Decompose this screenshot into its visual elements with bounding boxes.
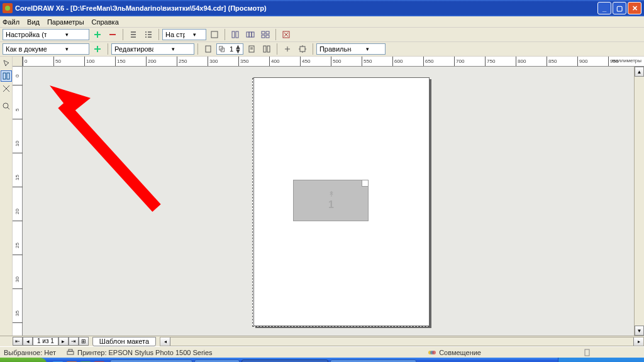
- svg-rect-9: [266, 35, 269, 38]
- vertical-scrollbar[interactable]: ▲ ▼: [634, 67, 644, 336]
- task-yandex[interactable]: Редактировать зап...: [110, 359, 193, 362]
- menu-options[interactable]: Параметры: [47, 18, 84, 26]
- start-button[interactable]: пуск: [0, 358, 47, 362]
- svg-rect-4: [249, 32, 252, 37]
- marks-tool-1[interactable]: [280, 43, 294, 55]
- spinner-arrows[interactable]: ▲▼: [235, 45, 242, 53]
- first-page-button[interactable]: ⇤: [13, 337, 23, 346]
- menu-help[interactable]: Справка: [92, 18, 119, 26]
- add-page-button[interactable]: ⊞: [79, 337, 89, 346]
- add-preset-button[interactable]: [91, 28, 104, 41]
- chevron-down-icon: ▾: [47, 46, 87, 52]
- separator: [313, 43, 313, 55]
- preview-preset-dropdown[interactable]: Настройка (текущие парамет... ▾: [3, 29, 89, 40]
- minimize-button[interactable]: _: [597, 2, 611, 14]
- menu-view[interactable]: Вид: [27, 18, 40, 26]
- close-button[interactable]: ✕: [628, 2, 641, 14]
- separator: [108, 43, 108, 55]
- page-tool-3[interactable]: [260, 43, 274, 55]
- copies-spinner[interactable]: 1 ▲▼: [216, 43, 243, 55]
- brochure-label: Правильная брошюровк: [319, 45, 352, 53]
- task-folder[interactable]: визитки: [194, 359, 240, 362]
- brochure-dropdown[interactable]: Правильная брошюровк ▾: [316, 43, 386, 55]
- preview-preset-label: Настройка (текущие парамет...: [6, 31, 47, 38]
- menu-file[interactable]: Файл: [3, 18, 19, 26]
- system-tray: 18:55: [558, 358, 644, 362]
- titlebar: CorelDRAW X6 - [D:\FreeMan\ЭльMandarino\…: [0, 0, 644, 16]
- page-tab[interactable]: Шаблон макета: [92, 337, 156, 346]
- chevron-down-icon: ▾: [153, 46, 192, 52]
- arrow-up-icon: ↟: [328, 190, 335, 199]
- ruler-corner: [13, 57, 23, 66]
- scroll-right-button[interactable]: ▸: [633, 337, 643, 346]
- statusbar: Выбранное: Нет Принтер: EPSON Stylus Pho…: [0, 346, 644, 358]
- zoom-fit-dropdown[interactable]: На страницу ▾: [162, 29, 206, 40]
- scroll-track[interactable]: [170, 337, 633, 346]
- separator: [123, 29, 123, 40]
- svg-rect-0: [211, 31, 218, 38]
- canvas[interactable]: ↟ 1: [23, 67, 634, 336]
- chevron-down-icon: ▾: [47, 31, 87, 38]
- marks-tool-2[interactable]: [296, 43, 309, 55]
- marks-placement-tool[interactable]: [1, 83, 12, 94]
- imposition-layout-tool[interactable]: [1, 70, 12, 82]
- edit-main-dropdown[interactable]: Редактировать основные пар ▾: [111, 43, 194, 55]
- document-fit-label: Как в документе (Вся страница): [6, 45, 47, 53]
- fullscreen-button[interactable]: [208, 28, 221, 41]
- page-tool-2[interactable]: [245, 43, 258, 55]
- layout-button-1[interactable]: [228, 28, 242, 41]
- color-registration-icon: [428, 349, 436, 356]
- task-photoshop[interactable]: Ps Без имени-1 @ 66,7...: [330, 359, 416, 362]
- svg-rect-5: [252, 32, 254, 37]
- toolbar-2: Как в документе (Вся страница) ▾ Редакти…: [0, 42, 644, 57]
- remove-preset-button[interactable]: [106, 28, 119, 41]
- svg-rect-26: [585, 349, 589, 356]
- svg-rect-7: [266, 31, 269, 34]
- document-fit-dropdown[interactable]: Как в документе (Вся страница) ▾: [3, 43, 89, 55]
- zoom-tool[interactable]: [1, 101, 12, 112]
- coreldraw-icon: [3, 3, 13, 13]
- status-printer: Принтер: EPSON Stylus Photo 1500 Series: [66, 348, 213, 357]
- page-tab-label: Шаблон макета: [99, 337, 149, 345]
- prev-page-button[interactable]: ◂: [23, 337, 33, 346]
- status-printer-text: Принтер: EPSON Stylus Photo 1500 Series: [77, 349, 213, 356]
- svg-rect-18: [3, 73, 6, 79]
- page-navigator: ⇤ ◂ 1 из 1 ▸ ⇥ ⊞: [13, 337, 89, 346]
- scroll-left-button[interactable]: ◂: [160, 337, 170, 346]
- status-spusk-text: Совмещение: [439, 349, 481, 356]
- svg-rect-15: [264, 46, 266, 52]
- pick-tool[interactable]: [1, 58, 12, 69]
- printer-icon: [66, 348, 75, 357]
- next-page-button[interactable]: ▸: [58, 337, 69, 346]
- layout-button-2[interactable]: [243, 28, 257, 41]
- separator: [225, 29, 225, 40]
- list-button-2[interactable]: [142, 28, 155, 41]
- add-button[interactable]: [91, 43, 104, 55]
- page-thumbnail[interactable]: ↟ 1: [293, 180, 369, 221]
- ruler-vertical[interactable]: 05101520253035: [13, 67, 23, 336]
- status-spusk: Совмещение: [428, 349, 481, 356]
- scroll-up-button[interactable]: ▲: [635, 67, 644, 77]
- chevron-down-icon: ▾: [185, 31, 204, 38]
- page-preview[interactable]: ↟ 1: [253, 77, 430, 326]
- zoom-fit-label: На страницу: [165, 31, 185, 38]
- task-coreldraw[interactable]: CorelDRAW X6 - [D:\...: [242, 359, 328, 362]
- close-preview-button[interactable]: [279, 28, 293, 41]
- layout-button-3[interactable]: [258, 28, 272, 41]
- svg-rect-1: [232, 31, 235, 38]
- last-page-button[interactable]: ⇥: [69, 337, 79, 346]
- page-counter[interactable]: 1 из 1: [33, 337, 58, 346]
- horizontal-scrollbar[interactable]: ◂ ▸: [160, 337, 644, 346]
- page-tool-1[interactable]: [201, 43, 215, 55]
- scroll-down-button[interactable]: ▼: [635, 326, 644, 336]
- ruler-horizontal[interactable]: 0501001502002503003504004505005506006507…: [13, 57, 644, 67]
- maximize-button[interactable]: ▢: [613, 2, 626, 14]
- copies-icon: [218, 45, 226, 53]
- svg-point-20: [3, 103, 8, 108]
- list-button-1[interactable]: [126, 28, 140, 41]
- window-title: CorelDRAW X6 - [D:\FreeMan\ЭльMandarino\…: [15, 4, 596, 12]
- svg-rect-3: [247, 32, 249, 37]
- page-number: 1: [328, 199, 334, 211]
- page-navigation-bar: ⇤ ◂ 1 из 1 ▸ ⇥ ⊞ Шаблон макета ◂ ▸: [0, 336, 644, 346]
- separator: [275, 29, 276, 40]
